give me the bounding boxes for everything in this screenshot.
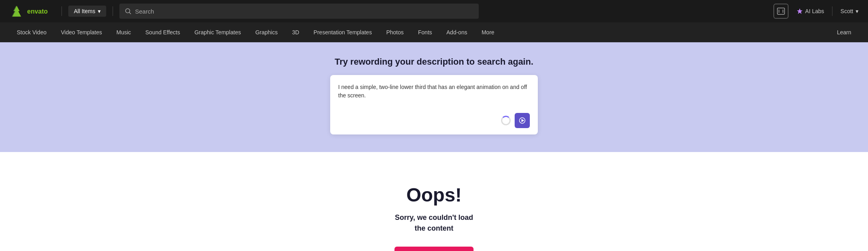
topbar-divider [61, 6, 62, 16]
sidebar-item-more[interactable]: More [474, 22, 501, 42]
envato-logo-icon [10, 4, 24, 18]
secondary-nav: Stock Video Video Templates Music Sound … [0, 22, 868, 42]
submit-icon [519, 117, 526, 124]
search-hero: Try rewording your description to search… [0, 42, 868, 152]
search-input[interactable] [135, 8, 473, 15]
learn-button[interactable]: Learn [830, 22, 858, 42]
loading-spinner [501, 116, 511, 125]
sidebar-item-music[interactable]: Music [109, 22, 138, 42]
ai-labs-button[interactable]: AI Labs [797, 8, 824, 14]
all-items-label: All Items [74, 8, 95, 14]
all-items-button[interactable]: All Items ▾ [68, 6, 106, 17]
svg-line-3 [129, 12, 131, 14]
sidebar-item-photos[interactable]: Photos [379, 22, 411, 42]
sidebar-item-video-templates[interactable]: Video Templates [54, 22, 109, 42]
topbar-right: AI Labs Scott ▾ [773, 4, 858, 19]
error-subtitle: Sorry, we couldn't load the content [395, 212, 473, 234]
topbar-divider3 [832, 6, 832, 16]
bracket-icon [777, 8, 785, 15]
svg-marker-9 [521, 119, 524, 122]
logo[interactable]: envato [10, 4, 55, 18]
user-chevron: ▾ [856, 8, 858, 14]
sidebar-item-3d[interactable]: 3D [285, 22, 306, 42]
sidebar-item-add-ons[interactable]: Add-ons [439, 22, 474, 42]
search-icon [125, 8, 131, 14]
hero-title: Try rewording your description to search… [335, 57, 533, 67]
svg-marker-7 [797, 8, 803, 14]
refresh-page-button[interactable]: Refresh page [394, 247, 473, 251]
sidebar-item-presentation-templates[interactable]: Presentation Templates [306, 22, 379, 42]
svg-rect-4 [777, 8, 785, 14]
all-items-chevron: ▾ [98, 8, 101, 14]
search-description-input[interactable]: I need a simple, two-line lower third th… [338, 83, 530, 108]
topbar-divider2 [113, 6, 113, 16]
svg-text:envato: envato [27, 8, 48, 15]
topbar: envato All Items ▾ AI Labs [0, 0, 868, 22]
error-title: Oops! [406, 184, 462, 206]
error-section: Oops! Sorry, we couldn't load the conten… [0, 152, 868, 251]
sidebar-item-fonts[interactable]: Fonts [411, 22, 439, 42]
user-name-label: Scott [840, 8, 853, 14]
bracket-button[interactable] [773, 4, 789, 19]
sidebar-item-graphic-templates[interactable]: Graphic Templates [187, 22, 248, 42]
envato-wordmark: envato [27, 7, 55, 15]
sidebar-item-graphics[interactable]: Graphics [248, 22, 285, 42]
ai-labs-label: AI Labs [805, 8, 824, 14]
search-textarea-card: I need a simple, two-line lower third th… [330, 75, 538, 134]
search-bar[interactable] [119, 4, 479, 19]
user-menu-button[interactable]: Scott ▾ [840, 8, 858, 14]
search-actions [338, 113, 530, 128]
sidebar-item-sound-effects[interactable]: Sound Effects [138, 22, 187, 42]
ai-icon [797, 8, 803, 14]
sidebar-item-stock-video[interactable]: Stock Video [10, 22, 54, 42]
search-submit-button[interactable] [515, 113, 530, 128]
